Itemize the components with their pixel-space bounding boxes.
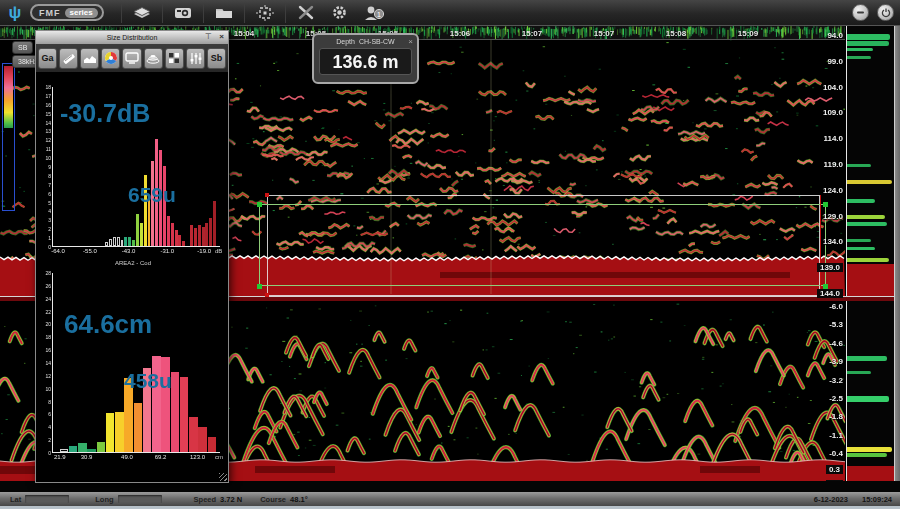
histogram-bar bbox=[180, 377, 188, 452]
screen-region-icon[interactable] bbox=[248, 2, 282, 24]
histogram-bar bbox=[178, 235, 181, 246]
measurement-red-line bbox=[820, 195, 821, 295]
sonar-beam-icon[interactable] bbox=[144, 48, 163, 69]
depth-scale-label: -3.9 bbox=[829, 357, 843, 366]
pin-icon[interactable]: ⊤ bbox=[205, 32, 212, 41]
histogram-bar bbox=[132, 240, 135, 246]
y-tick: 24 bbox=[45, 297, 53, 302]
depth-scale-label: 144.0 bbox=[817, 289, 843, 298]
power-button[interactable] bbox=[877, 4, 894, 21]
fishfinder-app: 15:0415:0515:0515:0615:0715:0715:0815:09… bbox=[0, 0, 900, 509]
ascope-echo-bar bbox=[847, 164, 871, 167]
tools-icon[interactable] bbox=[289, 2, 323, 24]
selection-handle[interactable] bbox=[265, 293, 269, 297]
depth-scale-label: -6.0 bbox=[829, 302, 843, 311]
sliders-icon[interactable] bbox=[186, 48, 205, 69]
y-tick: 6 bbox=[48, 192, 53, 197]
depth-scale-label: 104.0 bbox=[823, 83, 843, 92]
histogram-target-strength: -30.7dB 659u AREA2 - Cod 012345678910111… bbox=[36, 75, 230, 271]
histogram-bar bbox=[208, 437, 216, 452]
histogram-bar bbox=[78, 443, 86, 452]
depth-scale-label: -3.2 bbox=[829, 376, 843, 385]
histogram-bar bbox=[113, 237, 116, 246]
measurement-box-inner[interactable] bbox=[259, 204, 826, 286]
ruler-icon[interactable] bbox=[59, 48, 78, 69]
close-icon[interactable]: × bbox=[219, 32, 224, 41]
y-tick: 8 bbox=[48, 174, 53, 179]
lat-field bbox=[25, 495, 69, 503]
x-tick: -19.0 bbox=[197, 248, 211, 254]
y-tick: 5 bbox=[48, 201, 53, 206]
snapshot-camera-icon[interactable] bbox=[166, 2, 200, 24]
time-tick-label: 15:09 bbox=[728, 29, 768, 38]
user-profile-icon[interactable]: 1 bbox=[357, 2, 391, 24]
depth-scale-label: -0.4 bbox=[829, 449, 843, 458]
ascope-echo-bar bbox=[847, 222, 887, 226]
y-tick: 2 bbox=[48, 438, 53, 443]
depth-scale-label: 129.0 bbox=[823, 212, 843, 221]
depth-scale-label: -2.5 bbox=[829, 394, 843, 403]
date-value: 6-12-2023 bbox=[814, 495, 848, 504]
ascope-echo-bar bbox=[847, 34, 890, 40]
selection-handle[interactable] bbox=[265, 193, 269, 197]
depth-scale-label: 99.0 bbox=[827, 57, 843, 66]
depth-scale-label: 114.0 bbox=[823, 134, 843, 143]
y-tick: 7 bbox=[48, 183, 53, 188]
y-tick: 12 bbox=[45, 374, 53, 379]
depth-window[interactable]: Depth CH-SB-CW × 136.6 m bbox=[312, 33, 419, 84]
y-tick: 14 bbox=[45, 121, 53, 126]
close-icon[interactable]: × bbox=[408, 37, 413, 46]
histogram-bar bbox=[209, 218, 212, 246]
histogram-bar bbox=[205, 223, 208, 246]
ascope-echo-bar bbox=[847, 371, 871, 374]
histogram-bar bbox=[198, 225, 201, 246]
size-window-titlebar[interactable]: Size Distribution ⊤ × bbox=[36, 31, 228, 44]
window-resize-grip[interactable] bbox=[219, 473, 227, 481]
y-tick: 6 bbox=[48, 412, 53, 417]
depth-scale-label: 134.0 bbox=[823, 237, 843, 246]
tab-sb-channel[interactable]: SB bbox=[12, 41, 33, 54]
display-monitor-icon[interactable] bbox=[122, 48, 141, 69]
color-palette-icon[interactable] bbox=[101, 48, 120, 69]
sounder-module-icon[interactable] bbox=[125, 2, 159, 24]
selection-handle[interactable] bbox=[257, 284, 262, 289]
minimize-button[interactable] bbox=[852, 4, 869, 21]
sb-button[interactable]: Sb bbox=[207, 48, 226, 69]
block-grid-icon[interactable] bbox=[165, 48, 184, 69]
time-tick-label: 15:04 bbox=[224, 29, 264, 38]
y-tick: 18 bbox=[45, 335, 53, 340]
selection-handle[interactable] bbox=[823, 202, 828, 207]
ascope-panel-lower bbox=[846, 301, 894, 481]
ascope-echo-bar bbox=[847, 247, 875, 250]
x-tick: 69.2 bbox=[155, 454, 167, 460]
size-window-title: Size Distribution bbox=[36, 34, 228, 41]
gain-button[interactable]: Ga bbox=[38, 48, 57, 69]
size-distribution-window[interactable]: Size Distribution ⊤ × Ga bbox=[35, 30, 229, 483]
ascope-echo-bar bbox=[847, 215, 885, 219]
depth-scale-label: 109.0 bbox=[823, 108, 843, 117]
depth-window-titlebar[interactable]: Depth CH-SB-CW × bbox=[314, 35, 417, 45]
echo-color-scale bbox=[4, 66, 13, 128]
ascope-echo-bar bbox=[847, 447, 892, 452]
x-tick: -43.0 bbox=[122, 248, 136, 254]
histogram-bar bbox=[69, 446, 77, 452]
area-chart-icon[interactable] bbox=[80, 48, 99, 69]
depth-scale-label: 124.0 bbox=[823, 186, 843, 195]
ascope-echo-bar bbox=[847, 48, 873, 51]
y-tick: 4 bbox=[48, 209, 53, 214]
histogram-bar bbox=[202, 227, 205, 246]
ascope-echo-bar bbox=[847, 356, 887, 361]
histogram-bar bbox=[128, 237, 131, 246]
depth-scale-label: -5.3 bbox=[829, 320, 843, 329]
course-value: 48.1° bbox=[290, 495, 308, 504]
file-folder-icon[interactable] bbox=[207, 2, 241, 24]
selection-handle[interactable] bbox=[257, 202, 262, 207]
logo-sub-text: series bbox=[65, 8, 98, 18]
toolbar-separator bbox=[203, 3, 204, 23]
app-logo-trident-icon[interactable]: ψ bbox=[0, 1, 30, 25]
ascope-panel-upper bbox=[846, 26, 894, 296]
histogram-bar bbox=[124, 237, 127, 246]
ascope-echo-bar bbox=[847, 199, 875, 203]
long-label: Long bbox=[95, 495, 113, 504]
settings-gear-icon[interactable] bbox=[323, 2, 357, 24]
